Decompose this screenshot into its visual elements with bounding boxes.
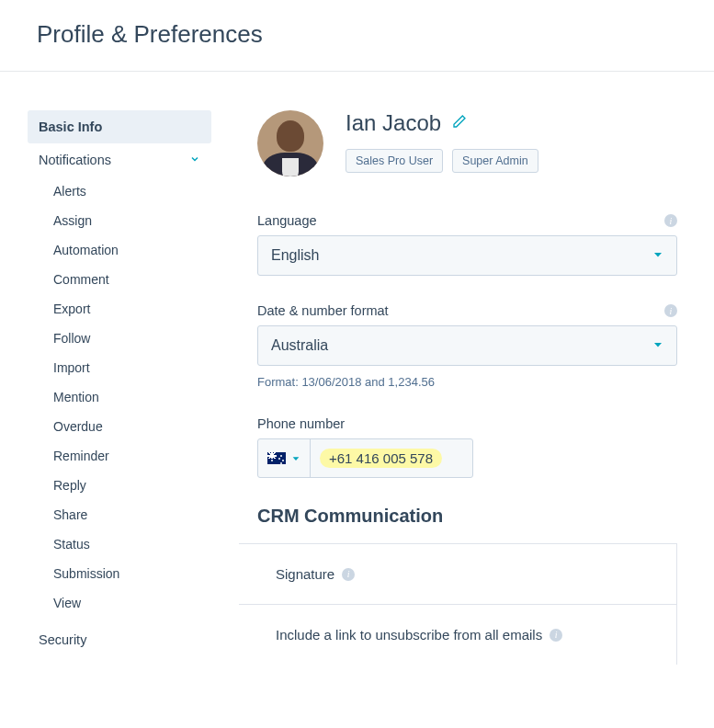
- sidebar-item-security[interactable]: Security: [28, 623, 211, 656]
- sidebar-item-label: Basic Info: [39, 119, 102, 134]
- sidebar-item-notifications[interactable]: Notifications: [28, 143, 211, 176]
- chevron-down-icon: [189, 153, 200, 167]
- phone-input: +61 416 005 578: [257, 438, 473, 478]
- edit-icon[interactable]: [452, 114, 467, 132]
- svg-marker-2: [293, 457, 300, 461]
- info-icon[interactable]: i: [342, 568, 355, 581]
- caret-down-icon: [652, 337, 663, 354]
- sidebar-subitem-mention[interactable]: Mention: [28, 382, 211, 412]
- caret-down-icon: [652, 247, 663, 264]
- svg-marker-0: [654, 253, 662, 257]
- avatar: [257, 110, 323, 176]
- phone-field: Phone number +61 416 005 578: [257, 416, 677, 478]
- signature-row[interactable]: Signature i: [239, 544, 676, 605]
- flag-au-icon: [267, 452, 286, 464]
- crm-heading: CRM Communication: [257, 506, 677, 527]
- sidebar-subitem-view[interactable]: View: [28, 588, 211, 618]
- page-header: Profile & Preferences: [0, 0, 714, 72]
- phone-label: Phone number: [257, 416, 345, 431]
- info-icon[interactable]: i: [664, 214, 677, 227]
- profile-name: Ian Jacob: [346, 110, 441, 136]
- date-format-select[interactable]: Australia: [257, 325, 677, 366]
- sidebar-subitem-reminder[interactable]: Reminder: [28, 441, 211, 471]
- sidebar-item-basic-info[interactable]: Basic Info: [28, 110, 211, 143]
- page-title: Profile & Preferences: [37, 20, 677, 49]
- language-select[interactable]: English: [257, 235, 677, 276]
- phone-value: +61 416 005 578: [320, 449, 442, 468]
- crm-panel: Signature i Include a link to unsubscrib…: [239, 543, 677, 665]
- badges: Sales Pro User Super Admin: [346, 149, 677, 173]
- date-format-field: Date & number format i Australia Format:…: [257, 303, 677, 389]
- sidebar-item-label: Security: [39, 632, 86, 647]
- date-format-value: Australia: [271, 337, 328, 354]
- sidebar-item-label: Notifications: [39, 153, 111, 167]
- profile-header: Ian Jacob Sales Pro User Super Admin: [257, 110, 677, 176]
- sidebar-subitem-submission[interactable]: Submission: [28, 559, 211, 588]
- sidebar: Basic Info Notifications Alerts Assign A…: [0, 110, 211, 665]
- sidebar-subitem-reply[interactable]: Reply: [28, 471, 211, 500]
- date-format-help: Format: 13/06/2018 and 1,234.56: [257, 375, 677, 389]
- main: Ian Jacob Sales Pro User Super Admin Lan…: [211, 110, 714, 665]
- sidebar-subitem-alerts[interactable]: Alerts: [28, 176, 211, 206]
- language-value: English: [271, 247, 319, 264]
- sidebar-subitem-automation[interactable]: Automation: [28, 235, 211, 265]
- sidebar-subitem-export[interactable]: Export: [28, 294, 211, 324]
- phone-country-select[interactable]: [258, 439, 311, 477]
- unsubscribe-label: Include a link to unsubscribe from all e…: [276, 627, 542, 643]
- sidebar-subitem-assign[interactable]: Assign: [28, 206, 211, 235]
- sidebar-subitem-share[interactable]: Share: [28, 500, 211, 529]
- date-format-label: Date & number format: [257, 303, 389, 318]
- info-icon[interactable]: i: [550, 629, 562, 642]
- sidebar-subitem-import[interactable]: Import: [28, 353, 211, 382]
- phone-number-input[interactable]: +61 416 005 578: [311, 439, 472, 477]
- language-label: Language: [257, 213, 317, 228]
- info-icon[interactable]: i: [664, 304, 677, 317]
- content: Basic Info Notifications Alerts Assign A…: [0, 72, 714, 665]
- sidebar-subitem-status[interactable]: Status: [28, 529, 211, 559]
- unsubscribe-row[interactable]: Include a link to unsubscribe from all e…: [239, 605, 676, 665]
- caret-down-icon: [291, 450, 300, 467]
- language-field: Language i English: [257, 213, 677, 276]
- sidebar-subitem-overdue[interactable]: Overdue: [28, 412, 211, 441]
- badge-sales-pro: Sales Pro User: [346, 149, 443, 173]
- signature-label: Signature: [276, 566, 334, 582]
- badge-super-admin: Super Admin: [452, 149, 538, 173]
- profile-name-row: Ian Jacob: [346, 110, 677, 136]
- profile-info: Ian Jacob Sales Pro User Super Admin: [346, 110, 677, 173]
- sidebar-subitem-follow[interactable]: Follow: [28, 324, 211, 353]
- svg-marker-1: [654, 343, 662, 347]
- sidebar-subitem-comment[interactable]: Comment: [28, 265, 211, 294]
